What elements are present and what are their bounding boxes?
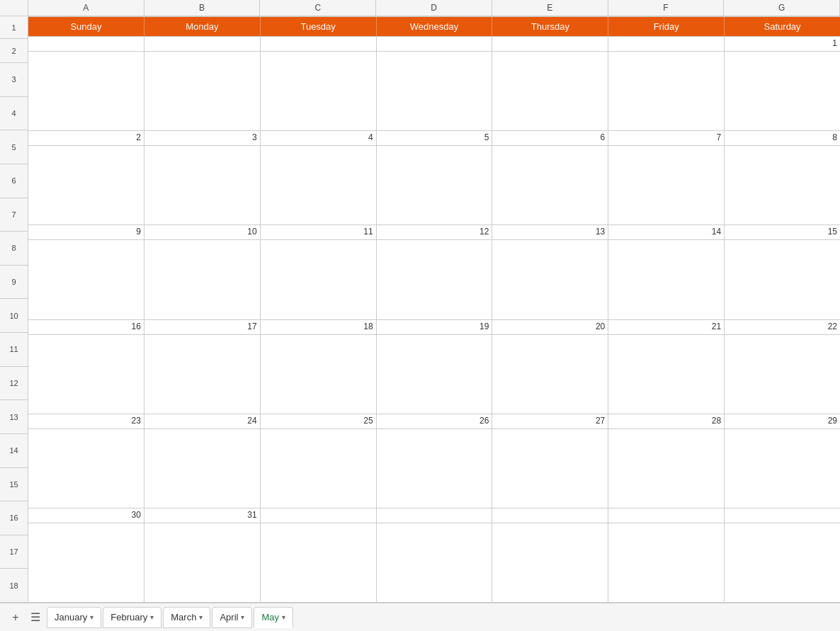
- day-content-cell-w2d4[interactable]: [492, 240, 608, 319]
- day-num-cell-w2d0[interactable]: 9: [28, 225, 144, 239]
- day-content-cell-w5d4[interactable]: [492, 523, 608, 602]
- day-content-cell-w1d1[interactable]: [144, 146, 261, 224]
- day-num-cell-w0d1[interactable]: [144, 37, 261, 51]
- day-content-cell-w5d6[interactable]: [725, 523, 840, 602]
- row-num-2: 2: [0, 39, 28, 63]
- day-num-cell-w3d1[interactable]: 17: [144, 320, 261, 334]
- day-num-cell-w1d3[interactable]: 5: [377, 131, 493, 145]
- day-num-cell-w5d3[interactable]: [377, 508, 493, 523]
- day-content-cell-w0d3[interactable]: [377, 52, 493, 130]
- day-num-cell-w4d4[interactable]: 27: [492, 414, 608, 428]
- day-num-cell-w1d4[interactable]: 6: [492, 131, 608, 145]
- day-num-cell-w3d3[interactable]: 19: [377, 320, 493, 334]
- day-num-cell-w4d2[interactable]: 25: [261, 414, 377, 428]
- day-content-cell-w3d4[interactable]: [492, 335, 608, 414]
- day-content-cell-w0d1[interactable]: [144, 52, 261, 130]
- day-content-cell-w3d0[interactable]: [28, 335, 144, 414]
- sheet-tab-dropdown-arrow[interactable]: ▾: [199, 613, 203, 621]
- day-num-cell-w1d0[interactable]: 2: [28, 131, 144, 145]
- day-content-cell-w4d2[interactable]: [261, 429, 377, 508]
- day-num-cell-w0d0[interactable]: [28, 37, 144, 51]
- day-content-cell-w5d0[interactable]: [28, 523, 144, 602]
- sheet-tab-march[interactable]: March▾: [163, 607, 210, 628]
- day-content-cell-w4d5[interactable]: [608, 429, 725, 508]
- day-num-cell-w0d5[interactable]: [608, 37, 725, 51]
- day-content-cell-w3d3[interactable]: [377, 335, 493, 414]
- day-num-cell-w3d0[interactable]: 16: [28, 320, 144, 334]
- day-num-cell-w4d3[interactable]: 26: [377, 414, 493, 428]
- day-num-cell-w5d2[interactable]: [261, 508, 377, 523]
- day-content-cell-w0d0[interactable]: [28, 52, 144, 130]
- day-num-cell-w2d6[interactable]: 15: [725, 225, 840, 239]
- day-num-cell-w0d6[interactable]: 1: [725, 37, 840, 51]
- sheet-tab-dropdown-arrow[interactable]: ▾: [241, 613, 244, 621]
- week-group-5: 3031: [28, 508, 840, 603]
- day-content-cell-w3d2[interactable]: [261, 335, 377, 414]
- day-num-cell-w1d1[interactable]: 3: [144, 131, 261, 145]
- day-content-cell-w0d4[interactable]: [492, 52, 608, 130]
- day-content-cell-w1d5[interactable]: [608, 146, 725, 224]
- day-num-cell-w5d0[interactable]: 30: [28, 508, 144, 523]
- day-num-cell-w4d0[interactable]: 23: [28, 414, 144, 428]
- day-num-cell-w3d4[interactable]: 20: [492, 320, 608, 334]
- day-num-cell-w5d1[interactable]: 31: [144, 508, 261, 523]
- day-content-cell-w1d0[interactable]: [28, 146, 144, 224]
- day-content-cell-w5d2[interactable]: [261, 523, 377, 602]
- day-num-cell-w1d6[interactable]: 8: [725, 131, 840, 145]
- day-num-cell-w2d5[interactable]: 14: [608, 225, 725, 239]
- day-num-cell-w4d6[interactable]: 29: [725, 414, 840, 428]
- day-content-cell-w2d6[interactable]: [725, 240, 840, 319]
- day-num-cell-w0d2[interactable]: [261, 37, 377, 51]
- day-content-cell-w2d0[interactable]: [28, 240, 144, 319]
- sheet-tab-january[interactable]: January▾: [47, 607, 101, 628]
- day-num-cell-w0d3[interactable]: [377, 37, 493, 51]
- day-content-cell-w5d1[interactable]: [144, 523, 261, 602]
- sheet-tab-april[interactable]: April▾: [212, 607, 252, 628]
- day-content-cell-w3d1[interactable]: [144, 335, 261, 414]
- day-num-cell-w1d2[interactable]: 4: [261, 131, 377, 145]
- day-num-cell-w3d6[interactable]: 22: [725, 320, 840, 334]
- day-num-cell-w2d3[interactable]: 12: [377, 225, 493, 239]
- day-content-cell-w3d6[interactable]: [725, 335, 840, 414]
- sheet-list-button[interactable]: ☰: [25, 608, 45, 627]
- day-num-cell-w2d4[interactable]: 13: [492, 225, 608, 239]
- day-content-cell-w4d6[interactable]: [725, 429, 840, 508]
- day-num-cell-w2d2[interactable]: 11: [261, 225, 377, 239]
- day-content-cell-w4d4[interactable]: [492, 429, 608, 508]
- day-content-cell-w2d2[interactable]: [261, 240, 377, 319]
- day-num-cell-w0d4[interactable]: [492, 37, 608, 51]
- sheet-tab-february[interactable]: February▾: [103, 607, 161, 628]
- day-content-cell-w0d6[interactable]: [725, 52, 840, 130]
- week-group-0: 1: [28, 37, 840, 131]
- day-content-cell-w3d5[interactable]: [608, 335, 725, 414]
- day-num-cell-w3d5[interactable]: 21: [608, 320, 725, 334]
- day-content-cell-w0d2[interactable]: [261, 52, 377, 130]
- day-num-cell-w1d5[interactable]: 7: [608, 131, 725, 145]
- day-num-cell-w2d1[interactable]: 10: [144, 225, 261, 239]
- add-sheet-button[interactable]: +: [6, 608, 25, 627]
- row-num-3: 3: [0, 63, 28, 97]
- day-content-cell-w4d1[interactable]: [144, 429, 261, 508]
- sheet-tab-dropdown-arrow[interactable]: ▾: [150, 613, 154, 621]
- day-content-cell-w4d0[interactable]: [28, 429, 144, 508]
- day-num-cell-w4d1[interactable]: 24: [144, 414, 261, 428]
- day-num-cell-w3d2[interactable]: 18: [261, 320, 377, 334]
- day-content-cell-w5d3[interactable]: [377, 523, 493, 602]
- sheet-tab-may[interactable]: May▾: [254, 607, 293, 628]
- day-content-cell-w0d5[interactable]: [608, 52, 725, 130]
- day-num-cell-w5d5[interactable]: [608, 508, 725, 523]
- sheet-tab-dropdown-arrow[interactable]: ▾: [90, 613, 93, 621]
- day-num-cell-w4d5[interactable]: 28: [608, 414, 725, 428]
- day-num-cell-w5d4[interactable]: [492, 508, 608, 523]
- day-content-cell-w1d2[interactable]: [261, 146, 377, 224]
- day-content-cell-w4d3[interactable]: [377, 429, 493, 508]
- day-content-cell-w5d5[interactable]: [608, 523, 725, 602]
- day-content-cell-w1d4[interactable]: [492, 146, 608, 224]
- day-content-cell-w2d1[interactable]: [144, 240, 261, 319]
- day-content-cell-w1d3[interactable]: [377, 146, 493, 224]
- day-content-cell-w2d3[interactable]: [377, 240, 493, 319]
- sheet-tab-dropdown-arrow[interactable]: ▾: [282, 613, 285, 621]
- day-content-cell-w1d6[interactable]: [725, 146, 840, 224]
- day-content-cell-w2d5[interactable]: [608, 240, 725, 319]
- day-num-cell-w5d6[interactable]: [725, 508, 840, 523]
